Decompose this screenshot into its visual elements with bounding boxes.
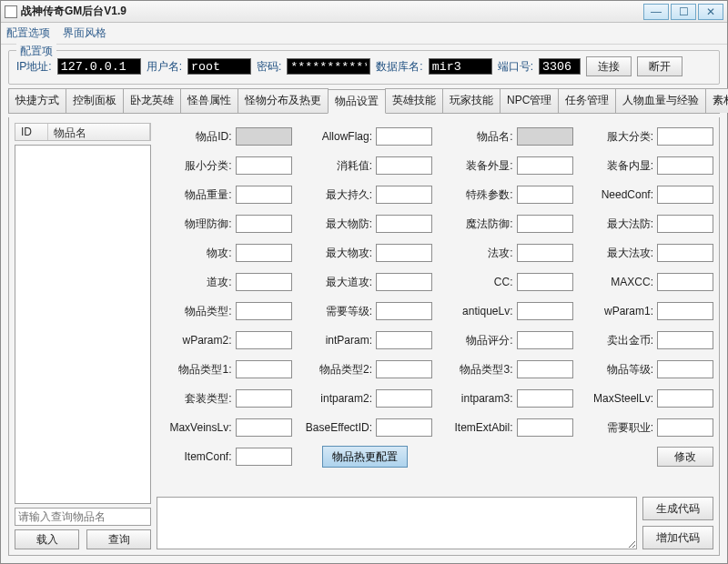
form-cell-1-3: 装备内显:	[579, 152, 714, 179]
field-input[interactable]	[236, 273, 292, 291]
field-input[interactable]	[376, 273, 432, 291]
config-legend: 配置项	[16, 44, 56, 59]
tab-6[interactable]: 英雄技能	[385, 88, 443, 113]
field-label: 服小分类:	[185, 158, 231, 174]
field-input[interactable]	[236, 127, 292, 146]
bottom-row: 生成代码 增加代码	[157, 497, 713, 549]
item-listbox[interactable]	[15, 145, 151, 504]
field-label: 物品评分:	[466, 333, 512, 348]
field-input[interactable]	[376, 127, 432, 146]
tab-11[interactable]: 素材热更	[705, 88, 728, 113]
connect-button[interactable]: 连接	[586, 56, 632, 76]
field-input[interactable]	[236, 156, 292, 175]
gen-code-button[interactable]: 生成代码	[642, 497, 713, 520]
add-code-button[interactable]: 增加代码	[642, 526, 713, 549]
field-input[interactable]	[517, 389, 573, 408]
field-input[interactable]	[657, 302, 713, 320]
ip-input[interactable]	[57, 58, 141, 75]
load-button[interactable]: 载入	[15, 529, 79, 549]
field-label: wParam2:	[182, 334, 231, 347]
field-input[interactable]	[376, 302, 432, 320]
field-input[interactable]	[236, 360, 292, 378]
field-input[interactable]	[236, 389, 292, 408]
field-input[interactable]	[517, 215, 573, 233]
field-input[interactable]	[236, 244, 292, 262]
field-input[interactable]	[376, 389, 432, 408]
right-panel: 物品ID:AllowFlag:物品名:服大分类:服小分类:消耗值:装备外显:装备…	[157, 123, 713, 549]
tab-3[interactable]: 怪兽属性	[180, 88, 238, 113]
field-input[interactable]	[657, 360, 713, 378]
field-input[interactable]	[657, 156, 713, 175]
form-cell-5-0: 道攻:	[157, 268, 292, 296]
field-input[interactable]	[236, 215, 292, 233]
field-input[interactable]	[376, 331, 432, 349]
field-label: antiqueLv:	[462, 305, 512, 317]
tab-8[interactable]: NPC管理	[500, 88, 559, 113]
form-cell-0-0: 物品ID:	[157, 123, 292, 150]
field-label: wParam1:	[604, 305, 653, 317]
maximize-button[interactable]: ☐	[671, 4, 696, 20]
field-input[interactable]	[657, 244, 713, 262]
field-input[interactable]	[657, 127, 713, 146]
field-input[interactable]	[517, 156, 573, 175]
field-input[interactable]	[517, 273, 573, 291]
field-input[interactable]	[236, 418, 292, 437]
field-input[interactable]	[657, 273, 713, 291]
disconnect-button[interactable]: 断开	[637, 56, 682, 76]
field-input[interactable]	[236, 302, 292, 320]
form-cell-11-0: ItemConf:	[157, 443, 292, 470]
field-input[interactable]	[517, 418, 573, 437]
field-input[interactable]	[236, 331, 292, 349]
form-cell-0-2: 物品名:	[438, 123, 573, 150]
field-input[interactable]	[376, 156, 432, 175]
field-input[interactable]	[517, 127, 573, 146]
tab-5[interactable]: 物品设置	[328, 89, 386, 114]
form-cell-6-2: antiqueLv:	[438, 297, 573, 325]
field-input[interactable]	[657, 418, 713, 437]
tab-10[interactable]: 人物血量与经验	[615, 88, 706, 113]
field-input[interactable]	[517, 360, 573, 378]
close-button[interactable]: ✕	[698, 4, 723, 20]
field-label: MaxSteelLv:	[593, 392, 653, 405]
field-input[interactable]	[236, 448, 292, 466]
db-input[interactable]	[429, 58, 492, 75]
minimize-button[interactable]: —	[643, 4, 669, 20]
menu-config[interactable]: 配置选项	[6, 25, 50, 41]
field-label: MAXCC:	[611, 276, 653, 288]
query-button[interactable]: 查询	[86, 529, 151, 549]
field-input[interactable]	[376, 186, 432, 204]
field-input[interactable]	[236, 186, 292, 204]
field-input[interactable]	[517, 186, 573, 204]
pass-input[interactable]	[287, 58, 370, 75]
field-input[interactable]	[517, 331, 573, 349]
field-input[interactable]	[657, 331, 713, 349]
field-input[interactable]	[517, 302, 573, 320]
tab-9[interactable]: 任务管理	[558, 88, 616, 113]
menu-style[interactable]: 界面风格	[63, 25, 106, 41]
field-input[interactable]	[376, 360, 432, 378]
code-textarea[interactable]	[157, 497, 637, 549]
tab-7[interactable]: 玩家技能	[442, 88, 500, 113]
form-cell-7-1: intParam:	[298, 327, 433, 354]
search-input[interactable]	[15, 508, 151, 526]
port-input[interactable]	[539, 58, 581, 75]
field-input[interactable]	[657, 215, 713, 233]
col-name[interactable]: 物品名	[48, 124, 150, 140]
db-label: 数据库名:	[376, 59, 422, 75]
user-input[interactable]	[187, 58, 251, 75]
field-input[interactable]	[376, 244, 432, 262]
form-grid: 物品ID:AllowFlag:物品名:服大分类:服小分类:消耗值:装备外显:装备…	[157, 123, 713, 493]
field-input[interactable]	[657, 389, 713, 408]
field-label: 最大物攻:	[326, 246, 372, 261]
modify-button[interactable]: 修改	[657, 447, 713, 467]
tab-0[interactable]: 快捷方式	[8, 88, 66, 113]
tab-2[interactable]: 卧龙英雄	[123, 88, 181, 113]
hot-update-button[interactable]: 物品热更配置	[322, 446, 408, 468]
tab-4[interactable]: 怪物分布及热更	[238, 88, 329, 113]
col-id[interactable]: ID	[15, 124, 48, 140]
tab-1[interactable]: 控制面板	[66, 88, 124, 113]
field-input[interactable]	[517, 244, 573, 262]
field-input[interactable]	[376, 215, 432, 233]
field-input[interactable]	[376, 418, 432, 437]
field-input[interactable]	[657, 186, 713, 204]
